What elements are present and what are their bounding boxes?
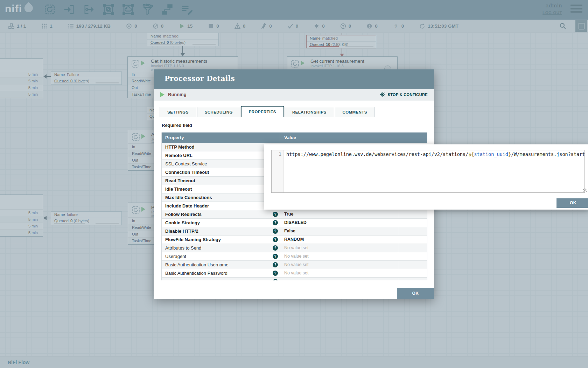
line-number-gutter: 1: [272, 150, 284, 192]
value-editor-code[interactable]: https://www.pegelonline.wsv.de/webservic…: [284, 150, 584, 192]
property-value[interactable]: No value set: [280, 261, 398, 269]
nifi-app: nifi admin LOG OUT 1 / 1 1 193 / 279.12 …: [0, 0, 588, 368]
dialog-ok-button[interactable]: OK: [397, 288, 434, 299]
help-icon[interactable]: ?: [273, 279, 278, 280]
required-field-note: Required field: [162, 123, 192, 128]
expression-open: ${: [468, 151, 474, 157]
run-status-label: Running: [168, 92, 187, 97]
property-name: Connection Timeout: [165, 170, 209, 175]
stop-and-configure-button[interactable]: STOP & CONFIGURE: [380, 91, 428, 97]
property-value[interactable]: No value set: [280, 269, 398, 277]
help-icon[interactable]: ?: [273, 229, 278, 234]
tab-settings[interactable]: SETTINGS: [160, 107, 196, 117]
help-icon[interactable]: ?: [273, 262, 278, 267]
property-name: FlowFile Naming Strategy: [165, 237, 221, 242]
help-icon[interactable]: ?: [273, 245, 278, 251]
property-row: Disable HTTP/2?False: [162, 227, 427, 236]
column-property: Property: [162, 132, 280, 143]
tab-comments[interactable]: COMMENTS: [335, 107, 375, 117]
property-value[interactable]: DISABLED: [280, 219, 398, 227]
help-icon[interactable]: ?: [273, 271, 278, 276]
dialog-title: Processor Details: [164, 74, 235, 83]
expression-variable: station_uuid: [474, 151, 508, 157]
property-name: Max Idle Connections: [165, 195, 212, 200]
value-editor[interactable]: 1 https://www.pegelonline.wsv.de/webserv…: [271, 150, 585, 193]
property-row-clipped: ?: [162, 278, 427, 280]
tab-properties[interactable]: PROPERTIES: [241, 106, 284, 117]
editor-ok-button[interactable]: OK: [556, 198, 588, 208]
value-editor-popup: 1 https://www.pegelonline.wsv.de/webserv…: [264, 144, 588, 210]
property-value[interactable]: True: [280, 210, 398, 218]
url-text: https://www.pegelonline.wsv.de/webservic…: [286, 151, 468, 157]
dialog-status-bar: Running STOP & CONFIGURE: [154, 89, 434, 101]
url-text: /W/measurements.json?start=P30D: [511, 151, 584, 157]
help-icon[interactable]: ?: [273, 254, 278, 259]
property-value[interactable]: No value set: [280, 252, 398, 260]
property-value[interactable]: False: [280, 227, 398, 235]
property-row: Attributes to Send?No value set: [162, 244, 427, 252]
running-icon: [160, 92, 164, 97]
property-row: Useragent?No value set: [162, 252, 427, 261]
expression-close: }: [508, 151, 511, 157]
property-name: Attributes to Send: [165, 245, 201, 251]
tab-relationships[interactable]: RELATIONSHIPS: [285, 107, 334, 117]
help-icon[interactable]: ?: [273, 220, 278, 225]
property-row: Basic Authentication Password?No value s…: [162, 269, 427, 278]
property-name: Useragent: [165, 254, 186, 259]
property-name: Read Timeout: [165, 178, 195, 183]
table-header: Property Value: [162, 132, 427, 143]
property-name: Follow Redirects: [165, 212, 202, 217]
tab-scheduling[interactable]: SCHEDULING: [197, 107, 240, 117]
help-icon[interactable]: ?: [273, 237, 278, 242]
property-name: HTTP Method: [165, 144, 195, 150]
property-name: Idle Timeout: [165, 186, 192, 192]
property-row: Follow Redirects?True: [162, 210, 427, 219]
resize-grip[interactable]: [583, 189, 587, 192]
property-name: Basic Authentication Password: [165, 271, 227, 276]
line-number: 1: [279, 151, 281, 157]
property-name: Remote URL: [165, 153, 192, 158]
property-name: Disable HTTP/2: [165, 229, 198, 234]
property-row: FlowFile Naming Strategy?RANDOM: [162, 236, 427, 244]
property-name: SSL Context Service: [165, 161, 207, 166]
gear-stop-icon: [380, 91, 386, 97]
help-icon[interactable]: ?: [273, 212, 278, 217]
dialog-tabs: SETTINGSSCHEDULINGPROPERTIESRELATIONSHIP…: [160, 106, 428, 117]
property-name: Cookie Strategy: [165, 220, 200, 225]
column-value: Value: [280, 132, 398, 143]
property-name: Basic Authentication Username: [165, 262, 229, 267]
property-value[interactable]: RANDOM: [280, 236, 398, 244]
column-extra: [398, 132, 427, 143]
property-row: Basic Authentication Username?No value s…: [162, 261, 427, 269]
dialog-header: Processor Details: [154, 69, 434, 89]
property-value[interactable]: No value set: [280, 244, 398, 252]
property-row: Cookie Strategy?DISABLED: [162, 219, 427, 227]
property-name: Include Date Header: [165, 203, 209, 209]
